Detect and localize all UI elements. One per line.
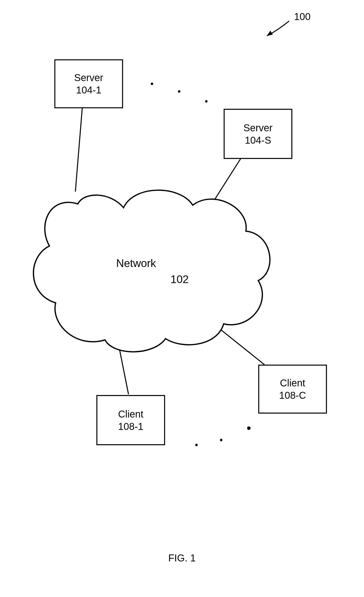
diagram-canvas: 100 Server 104-1 Server 104-S Network 10…	[0, 0, 364, 597]
client-box-1-id: 108-1	[118, 420, 143, 433]
client-box-c-id: 108-C	[279, 389, 306, 401]
client-ellipsis-dot	[220, 439, 222, 441]
client-ellipsis-dot	[247, 426, 251, 430]
network-label: Network	[116, 257, 156, 269]
figure-label: FIG. 1	[0, 553, 364, 564]
network-id: 102	[171, 273, 189, 286]
client-box-c-label: Client	[280, 377, 305, 389]
client-box-1: Client 108-1	[96, 395, 165, 445]
client-ellipsis-dot	[195, 444, 198, 446]
client-box-c: Client 108-C	[258, 365, 327, 414]
client-box-1-label: Client	[118, 408, 143, 420]
